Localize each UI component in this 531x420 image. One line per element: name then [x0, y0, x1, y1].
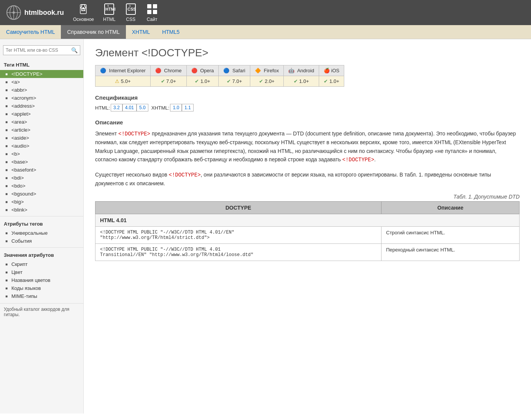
sidebar-item-label: Скрипт: [11, 261, 28, 267]
sidebar-bullet: ■: [5, 112, 10, 116]
nav-label-osnovnoe: Основное: [73, 17, 94, 22]
svg-point-4: [13, 11, 15, 14]
svg-rect-12: [147, 4, 151, 8]
check-icon: ✔: [294, 78, 298, 84]
sidebar-item-lang-codes[interactable]: ■ Коды языков: [0, 284, 83, 292]
top-nav: Самоучитель HTML Справочник по HTML XHTM…: [0, 25, 531, 39]
nav-spravochnik[interactable]: Справочник по HTML: [61, 25, 126, 39]
site-logo[interactable]: htmlbook.ru: [6, 5, 64, 20]
sidebar-item-abbr[interactable]: ■ <abbr>: [0, 86, 83, 94]
sidebar-item-label: <blink>: [11, 207, 27, 213]
safari-version: ✔ 7.0+: [219, 76, 250, 87]
sidebar-item-universal[interactable]: ■ Универсальные: [0, 229, 83, 237]
css3-icon: CSS 3: [125, 3, 137, 15]
firefox-version: ✔ 2.0+: [250, 76, 283, 87]
android-version: ✔ 1.0+: [284, 76, 319, 87]
sidebar-item-label: MIME-типы: [11, 293, 37, 299]
nav-label-css: CSS: [126, 17, 135, 22]
sidebar-item-script[interactable]: ■ Скрипт: [0, 260, 83, 268]
sidebar-bullet: ■: [5, 239, 10, 243]
check-icon: ✔: [161, 78, 165, 84]
sidebar-bullet: ■: [5, 128, 10, 132]
sidebar-item-applet[interactable]: ■ <applet>: [0, 110, 83, 118]
spec-xhtml-10[interactable]: 1.0: [170, 104, 182, 111]
dtd-doctype-strict: <!DOCTYPE HTML PUBLIC "-//W3C//DTD HTML …: [95, 227, 382, 244]
nav-css[interactable]: CSS 3 CSS: [125, 3, 137, 22]
dtd-table: DOCTYPE Описание HTML 4.01 <!DOCTYPE HTM…: [95, 201, 520, 261]
sidebar-item-color-names[interactable]: ■ Названия цветов: [0, 276, 83, 284]
spec-title: Спецификация: [95, 94, 520, 101]
nav-site[interactable]: Сайт: [146, 3, 158, 22]
svg-rect-15: [153, 10, 157, 14]
svg-rect-14: [147, 10, 151, 14]
table-row: <!DOCTYPE HTML PUBLIC "-//W3C//DTD HTML …: [95, 244, 520, 261]
spec-html-32[interactable]: 3.2: [111, 104, 122, 111]
sidebar-item-aside[interactable]: ■ <aside>: [0, 134, 83, 142]
sidebar-item-label: Цвет: [11, 269, 22, 275]
nav-samouchitel[interactable]: Самоучитель HTML: [0, 25, 61, 39]
svg-rect-13: [153, 4, 157, 8]
search-button[interactable]: 🔍: [69, 46, 80, 55]
browser-chrome-header: 🔴 Chrome: [150, 65, 186, 76]
android-icon: 🤖: [288, 68, 294, 73]
sidebar-item-bdo[interactable]: ■ <bdo>: [0, 182, 83, 190]
nav-html5[interactable]: HTML5: [156, 25, 186, 39]
ios-version: ✔ 1.0+: [319, 76, 344, 87]
sidebar-item-label: <bdo>: [11, 183, 25, 189]
nav-html[interactable]: HTML 5 HTML: [103, 3, 116, 22]
browser-opera-header: 🔴 Opera: [186, 65, 219, 76]
sidebar-bullet: ■: [5, 160, 10, 164]
sidebar-bullet: ■: [5, 184, 10, 188]
sidebar: 🔍 Теги HTML ■ <!DOCTYPE> ■ <a> ■ <abbr> …: [0, 39, 84, 414]
sidebar-bullet: ■: [5, 176, 10, 180]
desc-title: Описание: [95, 119, 520, 126]
ie-version: ⚠ 5.0+: [95, 76, 151, 87]
sidebar-item-blink[interactable]: ■ <blink>: [0, 206, 83, 214]
spec-html-50[interactable]: 5.0: [137, 104, 148, 111]
sidebar-item-label: <big>: [11, 199, 24, 205]
sidebar-bullet: ■: [5, 200, 10, 204]
sidebar-item-address[interactable]: ■ <address>: [0, 102, 83, 110]
nav-label-site: Сайт: [147, 17, 157, 22]
sidebar-item-a[interactable]: ■ <a>: [0, 78, 83, 86]
spec-section: Спецификация HTML: 3.2 4.01 5.0 XHTML: 1…: [95, 94, 520, 111]
sidebar-item-bgsound[interactable]: ■ <bgsound>: [0, 190, 83, 198]
sidebar-bullet: ■: [5, 152, 10, 156]
desc-section: Описание Элемент <!DOCTYPE> предназначен…: [95, 119, 520, 188]
sidebar-item-doctype[interactable]: ■ <!DOCTYPE>: [0, 70, 83, 78]
sidebar-bullet: ■: [5, 120, 10, 124]
browser-ie-header: 🔵 Internet Explorer: [95, 65, 151, 76]
nav-osnovnoe[interactable]: Основное: [73, 3, 94, 22]
sidebar-item-area[interactable]: ■ <area>: [0, 118, 83, 126]
sidebar-divider-1: [0, 216, 83, 216]
sidebar-item-basefont[interactable]: ■ <basefont>: [0, 166, 83, 174]
sidebar-item-bdi[interactable]: ■ <bdi>: [0, 174, 83, 182]
sidebar-bullet: ■: [5, 231, 10, 235]
browser-android-header: 🤖 Android: [284, 65, 319, 76]
check-icon: ✔: [195, 78, 199, 84]
sidebar-item-b[interactable]: ■ <b>: [0, 150, 83, 158]
sidebar-item-big[interactable]: ■ <big>: [0, 198, 83, 206]
sidebar-item-base[interactable]: ■ <base>: [0, 158, 83, 166]
sidebar-item-mime[interactable]: ■ MIME-типы: [0, 292, 83, 300]
spec-html-401[interactable]: 4.01: [122, 104, 137, 111]
search-input[interactable]: [3, 46, 69, 54]
opera-icon: 🔴: [191, 68, 197, 73]
header-nav: Основное HTML 5 HTML CSS 3 CSS: [73, 3, 158, 22]
chrome-icon: 🔴: [155, 68, 161, 73]
sidebar-item-color[interactable]: ■ Цвет: [0, 268, 83, 276]
sidebar-bullet: ■: [5, 104, 10, 108]
sidebar-item-acronym[interactable]: ■ <acronym>: [0, 94, 83, 102]
sidebar-item-audio[interactable]: ■ <audio>: [0, 142, 83, 150]
dtd-col-doctype: DOCTYPE: [95, 202, 382, 214]
desc-paragraph-2: Существует несколько видов <!DOCTYPE>, о…: [95, 170, 520, 188]
sidebar-item-label: <basefont>: [11, 167, 36, 173]
ie-icon: 🔵: [100, 68, 106, 73]
spec-xhtml-11[interactable]: 1.1: [182, 104, 194, 111]
sidebar-item-events[interactable]: ■ События: [0, 237, 83, 245]
dtd-doctype-transitional: <!DOCTYPE HTML PUBLIC "-//W3C//DTD HTML …: [95, 244, 382, 261]
sidebar-item-article[interactable]: ■ <article>: [0, 126, 83, 134]
puzzle-icon: [77, 3, 89, 15]
nav-xhtml[interactable]: XHTML: [126, 25, 156, 39]
browser-ios-header: 🍎 iOS: [319, 65, 344, 76]
